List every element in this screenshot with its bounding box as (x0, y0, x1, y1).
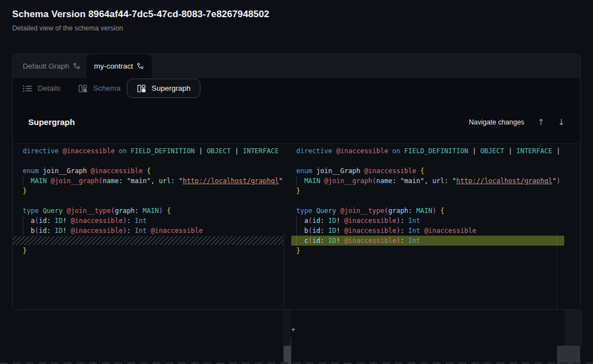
code-token: @inaccessible (344, 227, 396, 235)
code-line: type Query @join__type(graph: MAIN) { (13, 206, 283, 216)
navigate-changes-group: Navigate changes ↑ ↓ (469, 114, 565, 131)
columns-icon (137, 85, 146, 92)
diff-left-pane: directive @inaccessible on FIELD_DEFINIT… (13, 146, 283, 256)
code-token: id (312, 237, 320, 245)
code-token: ( (35, 227, 39, 235)
code-token: ) (432, 207, 436, 215)
code-line: } (13, 186, 283, 196)
code-token: } (23, 187, 27, 195)
code-token: MAIN (30, 177, 47, 185)
code-token: on (392, 147, 400, 155)
code-token: directive (23, 147, 59, 155)
code-token: { (420, 167, 424, 175)
code-token: join__Graph (39, 167, 91, 175)
subtab-supergraph[interactable]: Supergraph (127, 79, 201, 98)
code-token: c (296, 237, 308, 245)
diff-right-pane: directive @inaccessible on FIELD_DEFINIT… (291, 146, 564, 256)
code-token: ( (308, 227, 312, 235)
code-token: ( (99, 177, 102, 185)
code-token: OBJECT (207, 147, 230, 155)
code-token: name (103, 177, 119, 185)
editor-overflow-minimap (565, 310, 582, 346)
subtab-details[interactable]: Details (23, 84, 60, 92)
code-token (336, 207, 340, 215)
code-token: } (296, 247, 300, 254)
code-token: MAIN (304, 177, 320, 185)
code-token: MAIN (143, 207, 159, 215)
code-token: : (320, 237, 328, 245)
code-line: directive @inaccessible on FIELD_DEFINIT… (291, 146, 564, 156)
code-line (291, 156, 564, 166)
page-title: Schema Version 8964af44-7dc5-47cd-8083-7… (12, 9, 269, 20)
code-token: { (167, 207, 171, 215)
code-token: name (377, 177, 393, 185)
code-token (320, 177, 324, 185)
tab-label: my-contract (94, 62, 133, 70)
list-icon (23, 85, 32, 92)
code-line: MAIN @join__graph(name: "main", url: "ht… (13, 176, 283, 186)
code-line: MAIN @join__graph(name: "main", url: "ht… (291, 176, 564, 186)
code-token: " (552, 177, 556, 185)
code-token: url (432, 177, 445, 185)
code-token: " (279, 177, 282, 185)
code-token: ID (55, 217, 63, 225)
code-token: : (47, 217, 54, 225)
code-line (291, 196, 564, 206)
code-token: ( (308, 237, 312, 245)
tab-default-graph[interactable]: Default Graph (23, 54, 80, 78)
code-line: directive @inaccessible on FIELD_DEFINIT… (13, 146, 283, 156)
code-token: ) (283, 177, 283, 185)
code-token: ) (396, 227, 400, 235)
code-token: @inaccessible (364, 167, 416, 175)
code-token: ! (336, 217, 344, 225)
code-line: a(id: ID! @inaccessible): Int (13, 216, 283, 226)
code-token (416, 167, 420, 175)
added-line-marker: + (291, 325, 298, 335)
code-token (63, 207, 66, 215)
code-token: : "main", (118, 177, 158, 185)
code-line: c(id: ID! @inaccessible): Int (291, 236, 564, 246)
code-token: : " (171, 177, 183, 185)
editor-sash[interactable] (283, 233, 284, 309)
code-line: type Query @join__type(graph: MAIN) { (291, 206, 564, 216)
code-token: MAIN (416, 207, 432, 215)
code-token: ID (55, 227, 63, 235)
editor-overflow-column-right (556, 310, 582, 346)
code-token: @join__graph (324, 177, 373, 185)
navigate-up-button[interactable]: ↑ (538, 118, 545, 127)
subtab-label: Details (38, 84, 60, 92)
code-line: } (291, 186, 564, 196)
code-line: enum join__Graph @inaccessible { (291, 166, 564, 176)
code-token: ) (123, 227, 127, 235)
code-token: | (195, 147, 207, 155)
code-token: } (23, 247, 27, 254)
navigate-down-button[interactable]: ↓ (558, 118, 565, 127)
fork-icon (137, 63, 144, 70)
code-line: } (13, 246, 283, 256)
columns-icon (78, 85, 87, 92)
code-token: type (23, 207, 39, 215)
code-token: id (312, 217, 320, 225)
code-token: @inaccessible (344, 217, 396, 225)
tab-my-contract[interactable]: my-contract (86, 54, 152, 78)
editor-overflow-column-left (283, 310, 291, 346)
code-token: @inaccessible (344, 237, 396, 245)
code-token: @inaccessible (91, 167, 143, 175)
schema-version-page: Schema Version 8964af44-7dc5-47cd-8083-7… (0, 0, 593, 364)
code-token: ( (35, 217, 39, 225)
code-token: ( (308, 217, 312, 225)
code-token: ! (336, 227, 344, 235)
code-token: @inaccessible (336, 147, 388, 155)
code-token (143, 167, 147, 175)
code-token: : (320, 217, 328, 225)
subtab-schema[interactable]: Schema (78, 84, 121, 92)
navigate-changes-label: Navigate changes (469, 118, 524, 126)
code-token: Int (408, 217, 420, 225)
code-token: @join__type (67, 207, 111, 215)
variant-tabstrip: Default Graph my-contract (13, 54, 580, 78)
code-line: enum join__Graph @inaccessible { (13, 166, 283, 176)
code-line: a(id: ID! @inaccessible): Int (291, 216, 564, 226)
diff-editor: directive @inaccessible on FIELD_DEFINIT… (13, 143, 580, 309)
code-token: : (400, 227, 408, 235)
code-token: id (312, 227, 320, 235)
